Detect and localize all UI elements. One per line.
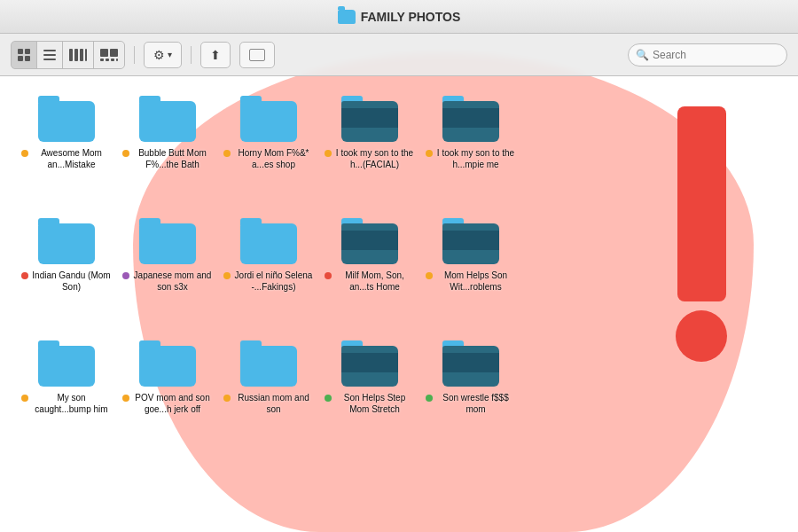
window-title-text: FAMILY PHOTOS xyxy=(361,10,461,24)
folder-body xyxy=(442,223,499,264)
folder-label-row: POV mom and son goe...h jerk off xyxy=(122,392,213,415)
folder-dot xyxy=(325,395,332,402)
folder-item-15[interactable]: Russian mom and son xyxy=(220,335,317,450)
view-columns-button[interactable] xyxy=(63,42,94,68)
folder-dot xyxy=(122,272,129,279)
view-gallery-button[interactable] xyxy=(94,42,124,68)
folder-dot xyxy=(21,272,28,279)
folder-label-row: I took my son to the h...(FACIAL) xyxy=(325,147,415,170)
folder-label-row: Japanese mom and son s3x xyxy=(122,270,213,293)
folder-item-17[interactable]: Son wrestle f$$$ mom xyxy=(422,335,520,450)
svg-rect-7 xyxy=(69,49,73,61)
columns-icon xyxy=(68,48,88,62)
folder-item-3[interactable]: Horny Mom F%&* a...es shop xyxy=(220,90,317,206)
folder-label-11: Mom Helps Son Wit...roblems xyxy=(435,270,516,293)
folder-item-10[interactable]: Milf Mom, Son, an...ts Home xyxy=(321,213,419,328)
folder-body xyxy=(442,101,499,142)
folder-item-7[interactable]: Indian Gandu (Mom Son) xyxy=(18,213,115,328)
folder-label-row: Horny Mom F%&* a...es shop xyxy=(223,147,314,170)
svg-rect-15 xyxy=(111,59,114,61)
search-input[interactable] xyxy=(653,49,779,61)
folder-label-row: Jordi el niño Selena -...Fakings) xyxy=(223,270,314,293)
title-folder-icon xyxy=(338,10,356,24)
folder-item-11[interactable]: Mom Helps Son Wit...roblems xyxy=(422,213,520,328)
tag-icon xyxy=(249,49,265,61)
folder-label-row: My son caught...bump him xyxy=(21,392,112,415)
svg-rect-5 xyxy=(43,54,56,56)
folder-item-13[interactable]: My son caught...bump him xyxy=(18,335,115,450)
folder-icon-14 xyxy=(139,340,196,387)
folder-label-1: Awesome Mom an...Mistake xyxy=(31,147,112,170)
tag-button[interactable] xyxy=(239,42,275,68)
share-button[interactable]: ⬆ xyxy=(200,42,231,68)
separator-1 xyxy=(134,46,135,64)
folder-dot xyxy=(122,395,129,402)
folder-item-16[interactable]: Son Helps Step Mom Stretch xyxy=(321,335,419,450)
folder-icon-8 xyxy=(139,218,196,264)
folder-icon-10 xyxy=(341,218,398,264)
svg-rect-2 xyxy=(18,56,23,61)
folder-dot xyxy=(21,150,28,157)
share-icon: ⬆ xyxy=(210,48,221,62)
svg-rect-0 xyxy=(18,49,23,54)
folder-dot xyxy=(325,150,332,157)
folder-body xyxy=(38,346,95,387)
folder-item-18 xyxy=(523,335,621,450)
folder-label-9: Jordi el niño Selena -...Fakings) xyxy=(233,270,314,293)
toolbar: ⚙ ▾ ⬆ 🔍 xyxy=(0,34,798,76)
folder-body xyxy=(38,101,95,142)
svg-rect-9 xyxy=(80,49,83,61)
folder-label-14: POV mom and son goe...h jerk off xyxy=(132,392,213,415)
folder-dot xyxy=(223,272,231,279)
folder-body xyxy=(139,101,196,142)
folder-item-14[interactable]: POV mom and son goe...h jerk off xyxy=(119,335,216,450)
folder-label-3: Horny Mom F%&* a...es shop xyxy=(233,147,314,170)
folder-dot xyxy=(122,150,129,157)
folder-icon-11 xyxy=(442,218,499,264)
folder-label-row: Milf Mom, Son, an...ts Home xyxy=(325,270,415,293)
separator-2 xyxy=(191,46,192,64)
folder-label-row: Awesome Mom an...Mistake xyxy=(21,147,112,170)
folder-item-9[interactable]: Jordi el niño Selena -...Fakings) xyxy=(220,213,317,328)
folder-body xyxy=(139,346,196,387)
folder-item-12 xyxy=(523,213,621,328)
folder-icon-5 xyxy=(442,96,499,142)
folder-dot xyxy=(223,150,231,157)
folder-dot xyxy=(426,395,433,402)
folder-icon-17 xyxy=(442,340,499,387)
list-icon xyxy=(43,48,57,62)
folder-body xyxy=(442,346,499,387)
folder-label-13: My son caught...bump him xyxy=(31,392,112,415)
folder-item-5[interactable]: I took my son to the h...mpie me xyxy=(422,90,520,206)
folder-body xyxy=(240,101,297,142)
svg-rect-16 xyxy=(116,59,118,61)
view-grid-button[interactable] xyxy=(12,42,37,68)
folder-body xyxy=(341,101,398,142)
folder-dot xyxy=(426,150,433,157)
folder-body xyxy=(341,346,398,387)
folder-grid: Awesome Mom an...MistakeBubble Butt Mom … xyxy=(18,90,780,450)
folder-label-row: Bubble Butt Mom F%...the Bath xyxy=(122,147,213,170)
folder-item-2[interactable]: Bubble Butt Mom F%...the Bath xyxy=(119,90,216,206)
gear-icon: ⚙ xyxy=(153,48,165,62)
search-box[interactable]: 🔍 xyxy=(628,43,787,66)
folder-label-8: Japanese mom and son s3x xyxy=(132,270,213,293)
folder-label-17: Son wrestle f$$$ mom xyxy=(435,392,516,415)
folder-item-8[interactable]: Japanese mom and son s3x xyxy=(119,213,216,328)
folder-icon-3 xyxy=(240,96,297,142)
folder-icon-4 xyxy=(341,96,398,142)
folder-item-4[interactable]: I took my son to the h...(FACIAL) xyxy=(321,90,419,206)
svg-rect-3 xyxy=(25,56,30,61)
view-list-button[interactable] xyxy=(37,42,63,68)
svg-rect-13 xyxy=(100,59,104,61)
folder-label-row: Indian Gandu (Mom Son) xyxy=(21,270,112,293)
folder-label-5: I took my son to the h...mpie me xyxy=(435,147,516,170)
folder-dot xyxy=(325,272,332,279)
svg-rect-8 xyxy=(74,49,78,61)
folder-dot xyxy=(21,395,28,402)
settings-button[interactable]: ⚙ ▾ xyxy=(144,42,182,68)
folder-item-6 xyxy=(523,90,621,206)
folder-item-1[interactable]: Awesome Mom an...Mistake xyxy=(18,90,115,206)
svg-rect-1 xyxy=(25,49,30,54)
folder-label-15: Russian mom and son xyxy=(233,392,314,415)
